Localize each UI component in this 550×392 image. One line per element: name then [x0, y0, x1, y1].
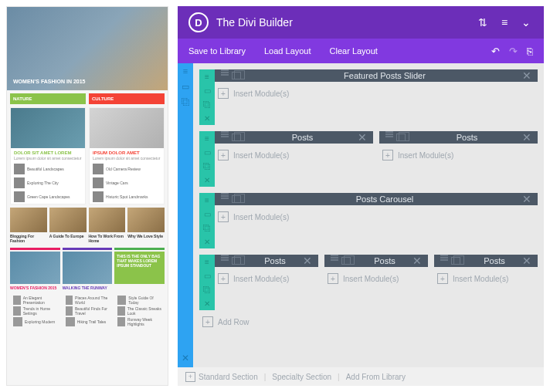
divi-logo-icon: D — [188, 12, 209, 32]
insert-module-button[interactable]: +Insert Module(s) — [324, 270, 428, 287]
copy-icon[interactable] — [396, 133, 406, 141]
close-icon[interactable]: ✕ — [522, 193, 531, 205]
module-name: Posts — [247, 133, 358, 142]
row-controls: ≡ ▭ ⿻ ✕ — [199, 131, 215, 187]
duplicate-icon[interactable]: ⿻ — [199, 221, 215, 235]
duplicate-icon[interactable]: ⿻ — [178, 94, 193, 110]
insert-module-button[interactable]: +Insert Module(s) — [215, 208, 538, 225]
drag-handle-icon[interactable]: ≡ — [199, 255, 215, 269]
collapse-icon[interactable]: ⌄ — [519, 15, 533, 29]
row-controls: ≡ ▭ ⿻ ✕ — [199, 69, 215, 125]
clear-layout-button[interactable]: Clear Layout — [330, 46, 378, 56]
add-from-library-button[interactable]: Add From Library — [346, 373, 406, 381]
sections-container: ≡ ▭ ⿻ ✕ Featured Posts Slider ✕ +In — [193, 63, 544, 367]
insert-module-button[interactable]: +Insert Module(s) — [215, 85, 538, 102]
module-block[interactable]: Posts ✕ — [215, 131, 373, 144]
module-block[interactable]: Posts ✕ — [324, 255, 428, 267]
close-icon[interactable]: ✕ — [358, 131, 367, 144]
close-icon[interactable]: ✕ — [199, 235, 215, 248]
drag-handle-icon[interactable] — [221, 133, 229, 135]
redo-icon[interactable]: ↷ — [509, 46, 518, 57]
plus-icon: + — [328, 273, 338, 284]
add-row-button[interactable]: +Add Row — [199, 313, 538, 330]
plus-icon: + — [437, 273, 448, 284]
columns-icon[interactable]: ▭ — [199, 269, 215, 282]
divi-builder: D The Divi Builder ⇅ ≡ ⌄ Save to Library… — [178, 6, 544, 386]
plus-icon: + — [218, 150, 229, 161]
close-icon[interactable]: ✕ — [522, 255, 531, 267]
builder-footer: + Standard Section | Specialty Section |… — [178, 367, 544, 386]
row-controls: ≡ ▭ ⿻ ✕ — [199, 193, 215, 248]
close-icon[interactable]: ✕ — [199, 296, 215, 310]
drag-handle-icon[interactable] — [385, 133, 393, 135]
undo-icon[interactable]: ↶ — [491, 46, 500, 57]
module-block[interactable]: Posts ✕ — [379, 131, 538, 144]
insert-module-button[interactable]: +Insert Module(s) — [215, 147, 373, 164]
close-icon[interactable]: ✕ — [178, 349, 193, 367]
sort-icon[interactable]: ⇅ — [476, 15, 490, 29]
insert-module-button[interactable]: +Insert Module(s) — [215, 270, 318, 287]
duplicate-icon[interactable]: ⿻ — [199, 159, 215, 173]
row-controls: ≡ ▭ ⿻ ✕ — [199, 255, 215, 310]
hero-title: WOMEN'S FASHION IN 2015 — [13, 79, 85, 84]
theme-preview: WOMEN'S FASHION IN 2015 NATURE CULTURE D… — [6, 6, 168, 386]
drag-handle-icon[interactable]: ≡ — [199, 131, 215, 145]
module-block[interactable]: Featured Posts Slider ✕ — [215, 69, 538, 82]
copy-icon[interactable] — [341, 257, 351, 265]
copy-icon[interactable] — [451, 257, 460, 265]
close-icon[interactable]: ✕ — [413, 255, 422, 267]
columns-icon[interactable]: ▭ — [178, 79, 193, 94]
duplicate-icon[interactable]: ⿻ — [199, 97, 215, 111]
module-name: Posts — [247, 256, 303, 265]
plus-icon: + — [218, 88, 229, 99]
copy-icon[interactable] — [232, 195, 241, 203]
load-layout-button[interactable]: Load Layout — [264, 46, 311, 56]
module-name: Posts Carousel — [247, 194, 522, 204]
preview-card: IPSUM DOLOR AMET Lorem ipsum dolor sit a… — [89, 107, 165, 204]
builder-title: The Divi Builder — [216, 16, 293, 29]
drag-handle-icon[interactable]: ≡ — [178, 63, 193, 79]
builder-section: ≡ ▭ ⿻ ✕ Posts ✕ +Insert Module(s) — [199, 255, 538, 310]
save-to-library-button[interactable]: Save to Library — [188, 46, 246, 56]
card-desc: Lorem ipsum dolor sit amet consectetur — [11, 156, 85, 162]
module-block[interactable]: Posts ✕ — [434, 255, 538, 267]
drag-handle-icon[interactable] — [221, 257, 229, 259]
insert-module-button[interactable]: +Insert Module(s) — [379, 147, 538, 164]
card-image — [90, 108, 164, 148]
copy-icon[interactable] — [232, 133, 241, 141]
specialty-section-button[interactable]: Specialty Section — [272, 373, 331, 381]
insert-module-button[interactable]: +Insert Module(s) — [434, 270, 538, 287]
builder-section: ≡ ▭ ⿻ ✕ Posts ✕ +Insert Module(s) — [199, 131, 538, 187]
close-icon[interactable]: ✕ — [199, 173, 215, 187]
close-icon[interactable]: ✕ — [303, 255, 312, 267]
card-title: DOLOR SIT AMET LOREM — [11, 148, 85, 156]
module-name: Posts — [412, 133, 522, 142]
builder-section: ≡ ▭ ⿻ ✕ Featured Posts Slider ✕ +In — [199, 69, 538, 125]
plus-icon: + — [202, 316, 213, 327]
close-icon[interactable]: ✕ — [522, 131, 531, 144]
hero-image: WOMEN'S FASHION IN 2015 — [7, 7, 168, 90]
copy-icon[interactable] — [232, 72, 241, 79]
columns-icon[interactable]: ▭ — [199, 83, 215, 97]
module-block[interactable]: Posts ✕ — [215, 255, 318, 267]
columns-icon[interactable]: ▭ — [199, 207, 215, 221]
drag-handle-icon[interactable] — [221, 195, 229, 197]
menu-icon[interactable]: ≡ — [497, 15, 511, 29]
close-icon[interactable]: ✕ — [199, 111, 215, 125]
section-controls: ≡ ▭ ⿻ ✕ — [178, 63, 193, 367]
builder-header: D The Divi Builder ⇅ ≡ ⌄ — [178, 6, 544, 39]
columns-icon[interactable]: ▭ — [199, 145, 215, 159]
module-block[interactable]: Posts Carousel ✕ — [215, 193, 538, 205]
drag-handle-icon[interactable]: ≡ — [199, 69, 215, 83]
card-title: IPSUM DOLOR AMET — [90, 148, 164, 156]
duplicate-icon[interactable]: ⿻ — [199, 282, 215, 296]
drag-handle-icon[interactable] — [440, 257, 448, 259]
copy-icon[interactable] — [232, 257, 241, 265]
drag-handle-icon[interactable] — [221, 72, 229, 73]
module-name: Posts — [357, 256, 413, 265]
drag-handle-icon[interactable] — [331, 257, 338, 259]
close-icon[interactable]: ✕ — [522, 69, 531, 82]
standard-section-button[interactable]: Standard Section — [199, 373, 258, 381]
drag-handle-icon[interactable]: ≡ — [199, 193, 215, 207]
history-icon[interactable]: ⎘ — [527, 46, 533, 57]
